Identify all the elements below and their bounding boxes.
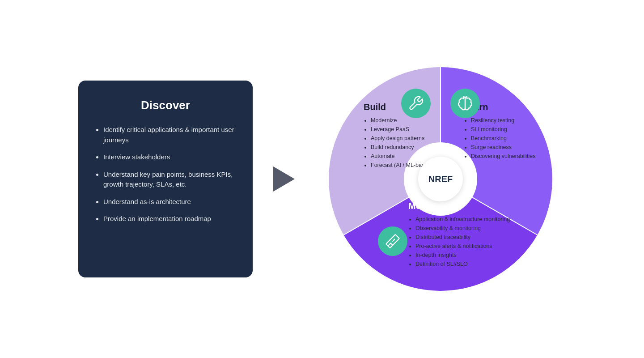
discover-item-5: Provide an implementation roadmap [103,214,237,224]
measure-icon-container [378,226,407,256]
page-container: Discover Identify critical applications … [0,0,644,358]
measure-item-4: Pro-active alerts & notifications [415,242,516,251]
right-arrow [273,166,295,192]
discover-title: Discover [94,98,237,112]
learn-item-3: Benchmarking [471,134,544,143]
center-nref-label: NREF [418,157,463,201]
measure-item-1: Application & infrastructure monitoring [415,215,516,224]
build-icon-container [401,89,431,118]
discover-item-4: Understand as-is architecture [103,197,237,207]
svg-line-2 [393,239,395,242]
build-item-3: Apply design patterns [371,134,444,143]
arrow-container [271,166,297,192]
brain-icon [457,95,473,111]
wrench-icon [408,95,424,111]
build-item-1: Modernize [371,116,444,125]
build-item-2: Leverage PaaS [371,125,444,134]
learn-item-2: SLI monitoring [471,125,544,134]
learn-item-1: Resiliency testing [471,116,544,125]
build-item-4: Build redundancy [371,143,444,152]
measure-list: Application & infrastructure monitoring … [408,215,516,268]
diagram-container: NREF Build [315,54,566,304]
measure-item-5: In-depth insights [415,251,516,260]
learn-item-4: Surge readiness [471,143,544,152]
measure-title: Measure [408,201,516,211]
discover-card: Discover Identify critical applications … [78,81,253,277]
measure-label: Measure Application & infrastructure mon… [408,201,516,268]
discover-item-2: Interview stakeholders [103,152,237,162]
learn-icon-container [450,89,480,118]
discover-list: Identify critical applications & importa… [94,125,237,224]
ruler-icon [385,233,401,249]
learn-item-5: Discovering vulnerabilities [471,152,544,161]
svg-line-1 [391,243,393,246]
discover-item-3: Understand key pain points, business KPI… [103,170,237,190]
measure-item-2: Observability & monitoring [415,224,516,233]
discover-item-1: Identify critical applications & importa… [103,125,237,145]
learn-list: Resiliency testing SLI monitoring Benchm… [464,116,544,161]
measure-item-3: Distributed traceability [415,233,516,242]
measure-item-6: Definition of SLI/SLO [415,260,516,268]
